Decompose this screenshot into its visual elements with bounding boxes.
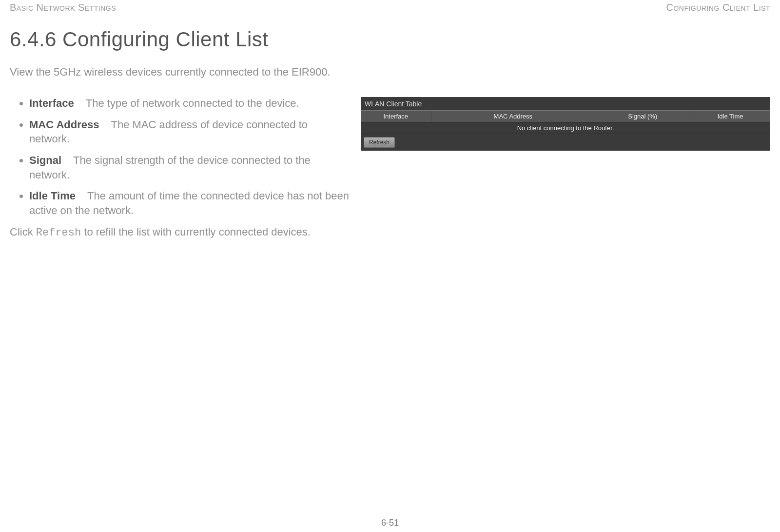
running-headers: Basic Network Settings Configuring Clien… [10,0,770,23]
table-header-row: Interface MAC Address Signal (%) Idle Ti… [361,110,770,122]
click-note-suffix: to refill the list with currently connec… [81,226,311,238]
running-header-left: Basic Network Settings [10,2,116,13]
refresh-button[interactable]: Refresh [364,137,395,148]
term-description: The amount of time the connected device … [29,190,349,217]
term-label: Signal [29,154,61,166]
list-item: Idle Time The amount of time the connect… [29,189,351,217]
table-empty-message: No client connecting to the Router. [361,122,770,134]
term-label: Idle Time [29,190,76,202]
wlan-client-table-screenshot: WLAN Client Table Interface MAC Address … [361,97,770,151]
term-description: The type of network connected to the dev… [86,97,299,109]
column-header-idle: Idle Time [690,111,770,122]
lead-paragraph: View the 5GHz wireless devices currently… [10,66,770,79]
table-footer: Refresh [361,134,770,151]
section-heading: 6.4.6 Configuring Client List [10,28,770,51]
list-item: Interface The type of network connected … [29,96,351,111]
column-header-interface: Interface [361,111,431,122]
definitions-list: Interface The type of network connected … [10,96,351,218]
click-note: Click Refresh to refill the list with cu… [10,225,351,240]
column-header-signal: Signal (%) [595,111,690,122]
running-header-right: Configuring Client List [666,2,770,13]
column-header-mac: MAC Address [431,111,596,122]
page-number: 6-51 [0,518,780,528]
term-label: MAC Address [29,118,99,131]
click-note-prefix: Click [10,226,36,238]
list-item: MAC Address The MAC address of device co… [29,118,351,146]
term-description: The signal strength of the device connec… [29,154,311,181]
wlan-client-table-title: WLAN Client Table [361,97,770,110]
term-label: Interface [29,97,74,109]
click-note-code: Refresh [36,227,81,239]
list-item: Signal The signal strength of the device… [29,153,351,182]
